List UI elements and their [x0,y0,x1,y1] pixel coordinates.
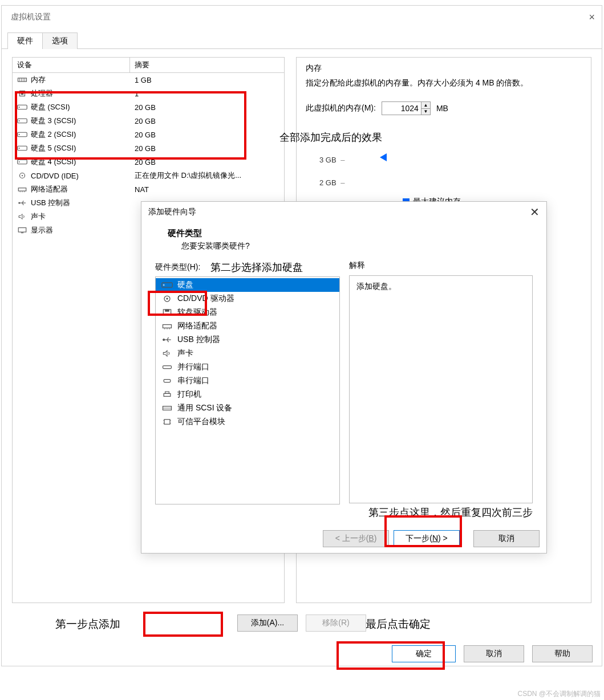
cpu-icon [17,89,27,97]
device-name: 硬盘 3 (SCSI) [31,116,76,126]
hardware-item-label: CD/DVD 驱动器 [177,294,234,304]
device-summary: 20 GB [130,117,284,125]
wizard-close-icon[interactable]: ✕ [530,205,540,219]
disk-icon [17,131,27,139]
dialog-footer: 确定 取消 帮助 [2,645,602,662]
memory-icon [17,76,27,84]
sound-icon [17,213,27,221]
memory-marker-icon [380,153,387,161]
device-row[interactable]: 硬盘 2 (SCSI)20 GB [13,128,284,141]
device-name: 硬盘 5 (SCSI) [31,143,76,153]
cd-icon [17,172,27,180]
device-row[interactable]: 处理器1 [13,87,284,100]
hardware-item-serial[interactable]: 串行端口 [156,374,339,388]
device-summary: 正在使用文件 D:\虚拟机镜像光... [130,170,284,181]
hardware-item-label: 通用 SCSI 设备 [177,403,232,413]
close-icon[interactable]: × [589,11,595,23]
hardware-item-printer[interactable]: 打印机 [156,388,339,401]
device-row[interactable]: 硬盘 (SCSI)20 GB [13,100,284,114]
memory-spinner[interactable]: ▲▼ [382,101,431,115]
hardware-item-tpm[interactable]: 可信平台模块 [156,415,339,429]
wizard-cancel-button[interactable]: 取消 [473,530,540,547]
device-row[interactable]: 内存1 GB [13,73,284,87]
device-name: 硬盘 2 (SCSI) [31,129,76,140]
tab-hardware[interactable]: 硬件 [7,32,43,49]
header-device: 设备 [13,58,130,72]
help-button[interactable]: 帮助 [532,645,593,662]
device-row[interactable]: 硬盘 5 (SCSI)20 GB [13,141,284,155]
wizard-subheading: 您要安装哪类硬件? [181,241,533,251]
device-summary: 20 GB [130,158,284,166]
device-name: 处理器 [31,88,53,99]
memory-label: 此虚拟机的内存(M): [306,103,376,113]
hardware-item-scsi[interactable]: 通用 SCSI 设备 [156,401,339,415]
device-row[interactable]: CD/DVD (IDE)正在使用文件 D:\虚拟机镜像光... [13,169,284,182]
device-row[interactable]: 网络适配器NAT [13,182,284,196]
spinner-buttons[interactable]: ▲▼ [421,102,430,115]
device-name: 网络适配器 [31,184,68,194]
remove-button[interactable]: 移除(R) [306,614,366,632]
window-title: 虚拟机设置 [11,12,51,22]
hardware-item-label: 网络适配器 [177,321,217,331]
device-buttons: 添加(A)... 移除(R) [2,614,602,632]
device-summary: 20 GB [130,144,284,153]
hardware-item-label: 硬盘 [177,280,193,290]
hardware-item-sound[interactable]: 声卡 [156,347,339,360]
device-row[interactable]: 硬盘 3 (SCSI)20 GB [13,114,284,128]
tab-options[interactable]: 选项 [42,32,78,49]
ok-button[interactable]: 确定 [392,645,456,662]
tabs: 硬件 选项 [2,32,602,49]
hardware-item-parallel[interactable]: 并行端口 [156,360,339,374]
add-button[interactable]: 添加(A)... [237,614,298,632]
hardware-item-net[interactable]: 网络适配器 [156,319,339,333]
step3-label: 第三步点这里，然后重复四次前三步 [349,506,533,519]
disk-icon [17,144,27,152]
device-name: 硬盘 4 (SCSI) [31,157,76,167]
device-summary: 1 GB [130,76,284,84]
device-name: 硬盘 (SCSI) [31,102,70,112]
hardware-item-label: USB 控制器 [177,335,220,345]
watermark: CSDN @不会调制解调的猫 [517,689,601,699]
disk-icon [17,103,27,111]
explain-text: 添加硬盘。 [356,282,396,291]
effect-caption: 全部添加完成后的效果 [279,131,382,144]
memory-title: 内存 [306,63,582,74]
disk-icon [17,117,27,125]
disk-icon [17,158,27,166]
hardware-item-usb[interactable]: USB 控制器 [156,333,339,347]
wizard-titlebar: 添加硬件向导 ✕ [141,202,546,222]
device-list-header: 设备 摘要 [13,58,284,73]
memory-input[interactable] [382,103,421,114]
header-summary: 摘要 [130,58,284,72]
memory-unit: MB [436,104,448,113]
net-icon [17,185,27,193]
device-row[interactable]: 硬盘 4 (SCSI)20 GB [13,155,284,169]
device-name: USB 控制器 [31,198,70,208]
hardware-item-disk[interactable]: 硬盘 [156,278,339,292]
next-button[interactable]: 下一步(N) > [394,530,460,547]
device-summary: 1 [130,89,284,98]
device-summary: 20 GB [130,103,284,112]
hardware-item-label: 软盘驱动器 [177,307,217,318]
device-summary: 20 GB [130,131,284,139]
device-name: 内存 [31,75,46,85]
back-button[interactable]: < 上一步(B) [323,530,389,547]
device-name: 声卡 [31,211,46,222]
display-icon [17,226,27,234]
hardware-item-floppy[interactable]: 软盘驱动器 [156,306,339,319]
device-name: 显示器 [31,225,53,235]
explain-box: 添加硬盘。 [349,275,533,503]
wizard-title: 添加硬件向导 [148,207,196,217]
wizard-footer: < 上一步(B) 下一步(N) > 取消 [141,530,546,547]
memory-desc: 指定分配给此虚拟机的内存量。内存大小必须为 4 MB 的倍数。 [306,77,582,89]
hardware-item-label: 可信平台模块 [177,417,225,427]
add-hardware-wizard: 添加硬件向导 ✕ 硬件类型 您要安装哪类硬件? 硬件类型(H): 第二步选择添加… [141,201,547,554]
hardware-item-cd[interactable]: CD/DVD 驱动器 [156,292,339,306]
hardware-type-list[interactable]: 硬盘CD/DVD 驱动器软盘驱动器网络适配器USB 控制器声卡并行端口串行端口打… [155,276,340,504]
device-name: CD/DVD (IDE) [31,172,79,180]
window-titlebar: 虚拟机设置 × [2,6,602,29]
tpm-icon [161,417,173,426]
device-summary: NAT [130,185,284,194]
cancel-button[interactable]: 取消 [464,645,524,662]
hardware-item-label: 声卡 [177,348,193,359]
